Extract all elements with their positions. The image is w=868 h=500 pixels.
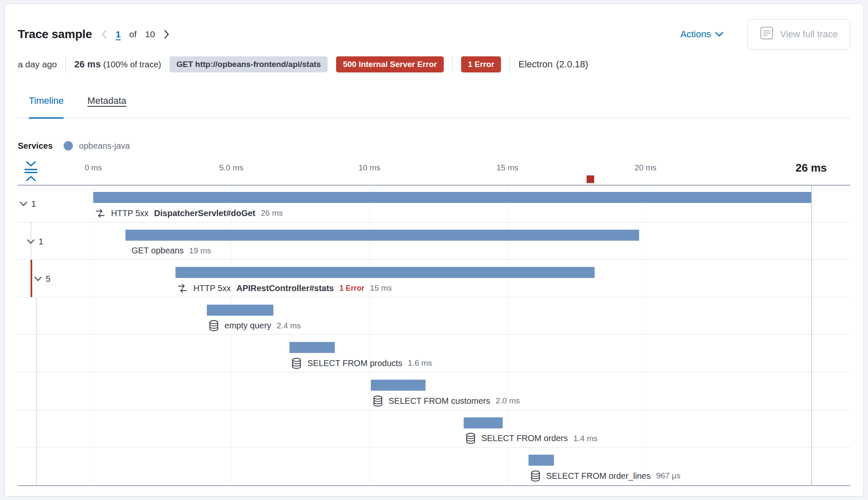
span-bar[interactable]: [464, 417, 503, 428]
tab-timeline[interactable]: Timeline: [29, 84, 64, 119]
tab-metadata[interactable]: Metadata: [87, 84, 126, 119]
divider: [509, 56, 510, 72]
waterfall-item-label[interactable]: HTTP 5xxAPIRestController#stats1 Error15…: [177, 282, 392, 294]
services-legend: Services opbeans-java: [18, 137, 850, 154]
timestamp-label: a day ago: [18, 59, 57, 69]
agent-version: (2.0.18): [556, 59, 588, 70]
actions-menu-button[interactable]: Actions: [680, 29, 723, 40]
pagination-current[interactable]: 1: [116, 29, 121, 39]
transaction-bar[interactable]: [93, 192, 811, 203]
divider: [452, 56, 453, 72]
database-icon: [291, 358, 302, 369]
axis-tick-label: 10 ms: [359, 161, 381, 175]
expand-toggle[interactable]: 1: [19, 199, 36, 209]
request-url-badge: GET http://opbeans-frontend/api/stats: [170, 56, 328, 72]
tab-bar: Timeline Metadata: [18, 84, 850, 118]
item-duration: 2.0 ms: [495, 396, 520, 406]
item-name: APIRestController#stats: [236, 283, 334, 293]
span-bar[interactable]: [207, 305, 273, 316]
error-count-badge[interactable]: 1 Error: [461, 56, 501, 72]
panel-header: Trace sample 1 of 10 Actions View full t…: [18, 18, 850, 50]
waterfall-item-label[interactable]: SELECT FROM products1.6 ms: [291, 357, 432, 369]
child-count: 1: [39, 237, 43, 247]
agent-name: Electron: [518, 59, 553, 70]
chevron-down-icon: [715, 29, 723, 40]
span-bar[interactable]: [371, 380, 426, 391]
waterfall-row: 5HTTP 5xxAPIRestController#stats1 Error1…: [18, 260, 850, 297]
chevron-down-icon: [27, 237, 35, 247]
waterfall-row: 1GET opbeans19 ms: [18, 222, 850, 260]
span-bar[interactable]: [289, 342, 335, 353]
waterfall-row: 1HTTP 5xxDispatcherServlet#doGet26 ms: [18, 185, 850, 222]
legend-item-opbeans-java: opbeans-java: [64, 141, 130, 151]
view-full-trace-label: View full trace: [780, 29, 838, 40]
collapse-all-icon[interactable]: [22, 161, 40, 183]
axis-tick-label: 0 ms: [84, 161, 102, 175]
transaction-bar[interactable]: [125, 230, 639, 241]
span-bar[interactable]: [529, 455, 554, 466]
item-duration: 1.6 ms: [408, 358, 432, 368]
item-type-prefix: HTTP 5xx: [111, 208, 149, 218]
item-name: GET opbeans: [131, 246, 184, 256]
waterfall-chart: 0 ms5.0 ms10 ms15 ms20 ms26 ms1HTTP 5xxD…: [18, 161, 850, 495]
waterfall-row: SELECT FROM customers2.0 ms: [18, 372, 850, 410]
item-duration: 1.4 ms: [573, 434, 598, 443]
trace-sample-panel: Trace sample 1 of 10 Actions View full t…: [4, 3, 864, 497]
waterfall-row: SELECT FROM order_lines967 µs: [18, 447, 850, 485]
chevron-down-icon: [19, 199, 28, 209]
merge-icon: [177, 283, 188, 294]
item-duration: 15 ms: [370, 283, 392, 293]
database-icon: [465, 433, 476, 444]
pagination-total: 10: [145, 29, 155, 39]
waterfall-row: empty query2.4 ms: [18, 297, 850, 335]
item-type-prefix: HTTP 5xx: [193, 283, 231, 293]
database-icon: [373, 395, 383, 407]
error-accent-bar: [31, 260, 32, 297]
waterfall-item-label[interactable]: HTTP 5xxDispatcherServlet#doGet26 ms: [95, 207, 283, 219]
status-code-badge: 500 Internal Server Error: [336, 56, 444, 72]
transaction-bar[interactable]: [175, 267, 595, 278]
error-marker[interactable]: [587, 175, 594, 183]
item-duration: 2.4 ms: [277, 321, 301, 331]
pagination-next-icon[interactable]: [164, 29, 170, 39]
waterfall-item-label[interactable]: SELECT FROM orders1.4 ms: [465, 432, 598, 445]
expand-toggle[interactable]: 5: [34, 274, 50, 284]
waterfall-item-label[interactable]: SELECT FROM order_lines967 µs: [530, 469, 681, 482]
item-name: empty query: [225, 321, 271, 331]
item-name: SELECT FROM products: [307, 358, 402, 368]
duration-value: 26 ms: [74, 59, 100, 69]
item-name: SELECT FROM orders: [481, 433, 568, 443]
service-name: opbeans-java: [79, 141, 130, 151]
expand-toggle[interactable]: 1: [27, 237, 43, 247]
view-full-trace-button[interactable]: View full trace: [747, 19, 850, 50]
item-name: SELECT FROM customers: [389, 396, 490, 406]
database-icon: [530, 470, 541, 482]
item-duration: 967 µs: [656, 471, 680, 481]
pagination-of-label: of: [129, 29, 137, 39]
item-name: DispatcherServlet#doGet: [154, 208, 256, 218]
pagination-prev-icon[interactable]: [101, 29, 107, 39]
database-icon: [209, 320, 219, 331]
agent-info: Electron (2.0.18): [518, 59, 588, 70]
axis-total-label: 26 ms: [796, 161, 827, 175]
waterfall-item-label[interactable]: SELECT FROM customers2.0 ms: [373, 394, 520, 407]
item-name: SELECT FROM order_lines: [546, 471, 651, 481]
waterfall-row: SELECT FROM orders1.4 ms: [18, 410, 850, 448]
child-count: 5: [46, 274, 50, 284]
waterfall-item-label[interactable]: empty query2.4 ms: [209, 319, 301, 332]
actions-label: Actions: [680, 29, 711, 40]
timeline-bottom-border: [18, 485, 850, 486]
duration-percent: (100% of trace): [103, 60, 161, 69]
waterfall-row: SELECT FROM products1.6 ms: [18, 335, 850, 372]
item-duration: 26 ms: [261, 208, 283, 218]
axis-tick-label: 20 ms: [634, 161, 657, 175]
item-error-count: 1 Error: [339, 284, 364, 293]
document-icon: [760, 26, 774, 43]
waterfall-item-label[interactable]: GET opbeans19 ms: [131, 244, 211, 257]
service-color-dot: [64, 141, 73, 150]
item-duration: 19 ms: [189, 246, 211, 256]
services-legend-label: Services: [18, 141, 53, 151]
axis-tick-label: 5.0 ms: [219, 161, 243, 175]
page-title: Trace sample: [18, 28, 92, 41]
divider: [65, 56, 66, 72]
